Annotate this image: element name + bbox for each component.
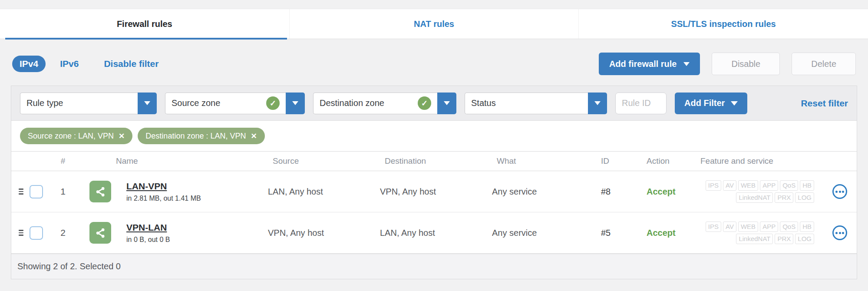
destination-zone-dropdown-button[interactable]	[437, 93, 456, 114]
filter-chip-label: Source zone : LAN, VPN	[28, 132, 114, 141]
header-name: Name	[76, 156, 267, 166]
destination-zone-dropdown-label: Destination zone	[320, 98, 384, 108]
rule-type-tabbar: Firewall rules NAT rules SSL/TLS inspect…	[0, 9, 868, 39]
tab-firewall-rules[interactable]: Firewall rules	[0, 9, 289, 39]
table-row: 1 LAN-VPN in 2.81 MB, out 1.41 MB LAN, A…	[11, 171, 857, 212]
row-checkbox[interactable]	[30, 185, 43, 198]
row-checkbox[interactable]	[30, 226, 43, 240]
rule-id: #8	[599, 187, 632, 197]
network-rule-icon	[89, 222, 111, 244]
share-nodes-icon	[95, 186, 106, 198]
add-filter-button[interactable]: Add Filter	[675, 93, 747, 114]
row-number: 1	[50, 186, 76, 197]
badge-qos: QoS	[780, 222, 798, 232]
filter-chip-destination-zone: Destination zone : LAN, VPN ✕	[138, 128, 264, 144]
status-dropdown-label: Status	[471, 98, 496, 108]
badge-web: WEB	[738, 180, 758, 191]
rule-type-dropdown-button[interactable]	[138, 93, 157, 114]
remove-filter-icon[interactable]: ✕	[119, 132, 125, 140]
filter-dropdown-status[interactable]: Status	[465, 93, 607, 114]
filter-dropdown-rule-type[interactable]: Rule type	[20, 93, 157, 114]
source-zone-dropdown-button[interactable]	[286, 93, 305, 114]
badge-ips: IPS	[706, 222, 721, 232]
disable-filter-link[interactable]: Disable filter	[104, 59, 158, 69]
row-menu-ellipsis-icon[interactable]	[832, 225, 847, 240]
header-destination: Destination	[379, 156, 491, 166]
header-source: Source	[267, 156, 379, 166]
rule-id-input[interactable]	[615, 93, 667, 114]
rule-id: #5	[599, 228, 632, 238]
rule-name-link[interactable]: VPN-LAN	[126, 222, 170, 233]
badge-prx: PRX	[775, 234, 793, 244]
chevron-down-icon	[731, 101, 738, 106]
disable-button[interactable]: Disable	[712, 53, 780, 75]
chevron-down-icon	[683, 62, 690, 66]
status-dropdown-button[interactable]	[588, 93, 607, 114]
filter-dropdown-destination-zone[interactable]: Destination zone ✓	[313, 93, 456, 114]
filter-dropdown-source-zone[interactable]: Source zone ✓	[165, 93, 305, 114]
delete-button[interactable]: Delete	[792, 53, 856, 75]
badge-log: LOG	[795, 234, 814, 244]
badge-linkednat: LinkedNAT	[736, 234, 773, 244]
rule-destination: LAN, Any host	[379, 228, 491, 238]
badge-app: APP	[760, 180, 778, 191]
rule-traffic-stats: in 0 B, out 0 B	[126, 236, 170, 244]
rule-name-link[interactable]: LAN-VPN	[126, 181, 201, 192]
active-tab-underline	[5, 38, 287, 40]
rule-source: VPN, Any host	[267, 228, 379, 238]
add-firewall-rule-label: Add firewall rule	[609, 59, 677, 69]
network-rule-icon	[89, 181, 111, 202]
showing-summary: Showing 2 of 2. Selected 0	[17, 261, 121, 271]
tab-nat-rules-label: NAT rules	[414, 19, 454, 29]
table-footer: Showing 2 of 2. Selected 0	[11, 254, 857, 279]
chevron-down-icon	[144, 101, 150, 105]
badge-app: APP	[760, 222, 778, 232]
tab-ssl-tls-inspection-rules[interactable]: SSL/TLS inspection rules	[578, 9, 868, 39]
rule-traffic-stats: in 2.81 MB, out 1.41 MB	[126, 195, 201, 202]
rule-action: Accept	[632, 187, 682, 197]
reset-filter-link[interactable]: Reset filter	[801, 98, 848, 109]
row-menu-ellipsis-icon[interactable]	[832, 184, 847, 199]
drag-handle[interactable]	[19, 188, 23, 195]
chevron-down-icon	[444, 101, 450, 105]
badge-hb: HB	[800, 222, 814, 232]
badge-av: AV	[723, 180, 736, 191]
remove-filter-icon[interactable]: ✕	[251, 132, 257, 140]
add-firewall-rule-button[interactable]: Add firewall rule	[599, 53, 700, 75]
tab-nat-rules[interactable]: NAT rules	[289, 9, 579, 39]
header-what: What	[491, 156, 599, 166]
rule-action: Accept	[632, 228, 682, 238]
badge-hb: HB	[800, 180, 814, 191]
tab-firewall-rules-label: Firewall rules	[117, 19, 172, 29]
table-row: 2 VPN-LAN in 0 B, out 0 B VPN, Any host …	[11, 212, 857, 254]
add-filter-label: Add Filter	[684, 98, 725, 108]
badge-av: AV	[723, 222, 736, 232]
header-action: Action	[632, 156, 682, 166]
rule-source: LAN, Any host	[267, 187, 379, 197]
ipv4-toggle[interactable]: IPv4	[12, 56, 46, 72]
firewall-rules-panel: Rule type Source zone ✓ Destination zone…	[11, 86, 857, 279]
filter-chip-label: Destination zone : LAN, VPN	[145, 132, 246, 141]
share-nodes-icon	[95, 227, 106, 239]
toolbar-actions: Add firewall rule Disable Delete	[599, 53, 856, 75]
header-number: #	[50, 156, 76, 166]
tab-ssl-tls-label: SSL/TLS inspection rules	[671, 19, 776, 29]
filter-applied-check-icon: ✓	[418, 96, 431, 110]
chevron-down-icon	[292, 101, 298, 105]
badge-web: WEB	[738, 222, 758, 232]
filter-chip-source-zone: Source zone : LAN, VPN ✕	[20, 128, 132, 144]
toolbar: IPv4 IPv6 Disable filter Add firewall ru…	[0, 39, 868, 86]
rule-name-cell: VPN-LAN in 0 B, out 0 B	[76, 222, 267, 244]
badge-qos: QoS	[780, 180, 798, 191]
source-zone-dropdown-label: Source zone	[172, 98, 220, 108]
rule-what: Any service	[491, 187, 599, 197]
badge-prx: PRX	[775, 192, 793, 203]
badge-linkednat: LinkedNAT	[736, 192, 773, 203]
ipv6-toggle[interactable]: IPv6	[60, 59, 79, 69]
drag-handle[interactable]	[19, 230, 23, 236]
badge-ips: IPS	[706, 180, 721, 191]
badge-log: LOG	[795, 192, 814, 203]
table-header-row: # Name Source Destination What ID Action…	[11, 151, 857, 171]
rule-name-cell: LAN-VPN in 2.81 MB, out 1.41 MB	[76, 181, 267, 202]
header-feature-and-service: Feature and service	[682, 156, 823, 166]
